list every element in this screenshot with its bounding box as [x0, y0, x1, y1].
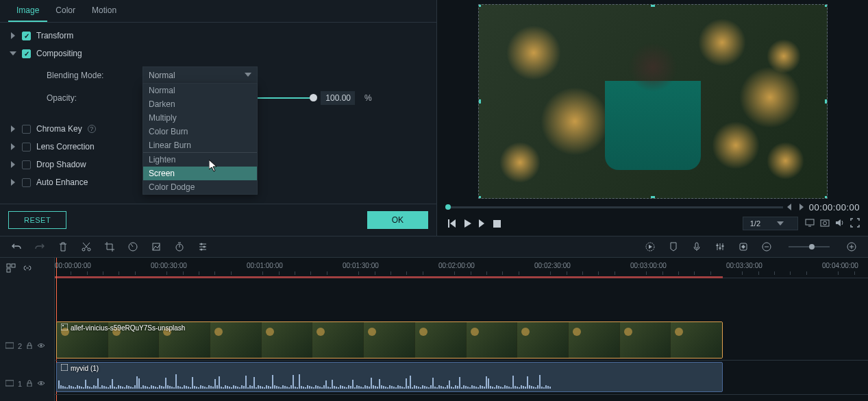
ruler-tick: 00:03:30:00 — [726, 262, 762, 269]
speed-icon[interactable] — [127, 241, 138, 252]
keyframe-icon[interactable] — [738, 241, 749, 252]
ruler-tick: 00:00:30:00 — [151, 262, 187, 269]
stop-icon[interactable] — [493, 219, 501, 228]
zoom-out-icon[interactable] — [761, 241, 772, 252]
preview-panel: 00:00:00:00 1/2 — [437, 0, 868, 236]
preview-scrubber[interactable] — [445, 206, 783, 208]
dropdown-item-normal[interactable]: Normal — [143, 84, 257, 97]
image-icon — [61, 324, 68, 332]
blending-mode-select[interactable]: Normal — [142, 66, 258, 84]
svg-point-5 — [88, 248, 90, 251]
lock-icon[interactable] — [26, 380, 33, 388]
undo-icon[interactable] — [11, 241, 22, 252]
step-back-icon[interactable] — [448, 219, 456, 228]
link-icon[interactable] — [22, 263, 33, 274]
preview-viewport[interactable] — [478, 4, 828, 199]
mixer-icon[interactable] — [715, 241, 726, 252]
dropdown-item-linearburn[interactable]: Linear Burn — [143, 138, 257, 152]
timeline: 2 1 00:00:00:0000:00:30:0000:01:00:0000:… — [0, 258, 868, 401]
preview-page-value: 1/2 — [750, 219, 760, 228]
chevron-right-icon — [10, 143, 16, 150]
prev-clip-icon[interactable] — [787, 204, 794, 210]
snapshot-icon[interactable] — [820, 218, 830, 230]
drop-shadow-checkbox[interactable] — [22, 160, 31, 169]
drop-shadow-label: Drop Shadow — [36, 160, 86, 169]
svg-point-10 — [203, 246, 206, 248]
section-transform[interactable]: Transform — [0, 27, 436, 45]
track-2[interactable]: allef-vinicius-s59eRQuY7Ss-unsplash — [55, 319, 868, 361]
chevron-down-icon — [10, 50, 16, 57]
compositing-checkbox[interactable] — [22, 49, 31, 58]
svg-point-3 — [823, 221, 827, 225]
delete-icon[interactable] — [58, 241, 69, 252]
lock-icon[interactable] — [26, 342, 33, 350]
svg-point-4 — [82, 248, 85, 251]
dropdown-item-multiply[interactable]: Multiply — [143, 111, 257, 125]
track-1[interactable]: myvid (1) — [55, 361, 868, 395]
svg-point-28 — [40, 382, 42, 385]
track-video-icon — [5, 341, 14, 351]
video-icon — [61, 364, 68, 372]
chevron-right-icon — [10, 32, 16, 39]
dropdown-item-lighten[interactable]: Lighten — [143, 152, 257, 167]
svg-rect-23 — [5, 343, 14, 348]
tab-motion[interactable]: Motion — [84, 0, 125, 22]
clip-video[interactable]: myvid (1) — [56, 362, 723, 392]
opacity-label: Opacity: — [47, 93, 136, 103]
blending-mode-label: Blending Mode: — [47, 71, 136, 80]
inspector-tabs: Image Color Motion — [0, 0, 436, 23]
section-compositing[interactable]: Compositing — [0, 45, 436, 62]
blending-mode-dropdown: Normal Darken Multiply Color Burn Linear… — [142, 83, 258, 195]
track-manage-icon[interactable] — [5, 263, 16, 274]
svg-rect-16 — [722, 245, 724, 247]
opacity-value[interactable]: 100.00 — [321, 91, 355, 105]
zoom-in-icon[interactable] — [846, 241, 857, 252]
reset-button[interactable]: RESET — [8, 211, 66, 229]
help-icon[interactable]: ? — [88, 125, 96, 133]
fullscreen-icon[interactable] — [850, 218, 860, 230]
color-icon[interactable] — [151, 241, 162, 252]
play-icon[interactable] — [463, 219, 471, 228]
eye-icon[interactable] — [37, 342, 45, 350]
ruler-tick: 00:02:30:00 — [534, 262, 571, 269]
ok-button[interactable]: OK — [367, 211, 428, 229]
compositing-label: Compositing — [36, 49, 82, 58]
eye-icon[interactable] — [37, 380, 45, 388]
dropdown-item-screen[interactable]: Screen — [143, 167, 257, 180]
dropdown-item-darken[interactable]: Darken — [143, 97, 257, 111]
tab-image[interactable]: Image — [8, 0, 47, 22]
clip-image[interactable]: allef-vinicius-s59eRQuY7Ss-unsplash — [56, 321, 723, 359]
voiceover-icon[interactable] — [691, 241, 702, 252]
svg-rect-1 — [806, 219, 814, 225]
timeline-ruler[interactable]: 00:00:00:0000:00:30:0000:01:00:0000:01:3… — [55, 258, 868, 278]
next-clip-icon[interactable] — [797, 204, 804, 210]
marker-icon[interactable] — [668, 241, 679, 252]
zoom-slider[interactable] — [789, 246, 830, 247]
opacity-unit: % — [362, 93, 372, 103]
inspector-panel: Image Color Motion Transform Compositing — [0, 0, 437, 236]
ruler-tick: 00:04:00:00 — [822, 262, 858, 269]
ruler-tick: 00:03:00:00 — [630, 262, 667, 269]
redo-icon[interactable] — [34, 241, 45, 252]
dropdown-item-colordodge[interactable]: Color Dodge — [143, 180, 257, 194]
chroma-key-checkbox[interactable] — [22, 125, 31, 134]
split-icon[interactable] — [81, 241, 92, 252]
transform-checkbox[interactable] — [22, 32, 31, 40]
display-icon[interactable] — [805, 218, 815, 230]
step-forward-icon[interactable] — [478, 219, 486, 228]
crop-icon[interactable] — [104, 241, 115, 252]
auto-enhance-checkbox[interactable] — [22, 178, 31, 187]
duration-icon[interactable] — [174, 241, 185, 252]
track-header-2: 2 — [0, 326, 54, 367]
volume-icon[interactable] — [835, 218, 845, 230]
svg-point-30 — [62, 325, 64, 326]
settings-icon[interactable] — [197, 241, 208, 252]
ruler-tick: 00:01:30:00 — [343, 262, 379, 269]
chevron-right-icon — [10, 125, 16, 132]
lens-correction-checkbox[interactable] — [22, 143, 31, 151]
preview-page-select[interactable]: 1/2 — [743, 217, 798, 230]
dropdown-item-colorburn[interactable]: Color Burn — [143, 125, 257, 138]
chroma-key-label: Chroma Key — [36, 124, 82, 134]
render-icon[interactable] — [645, 241, 656, 252]
tab-color[interactable]: Color — [47, 0, 84, 22]
